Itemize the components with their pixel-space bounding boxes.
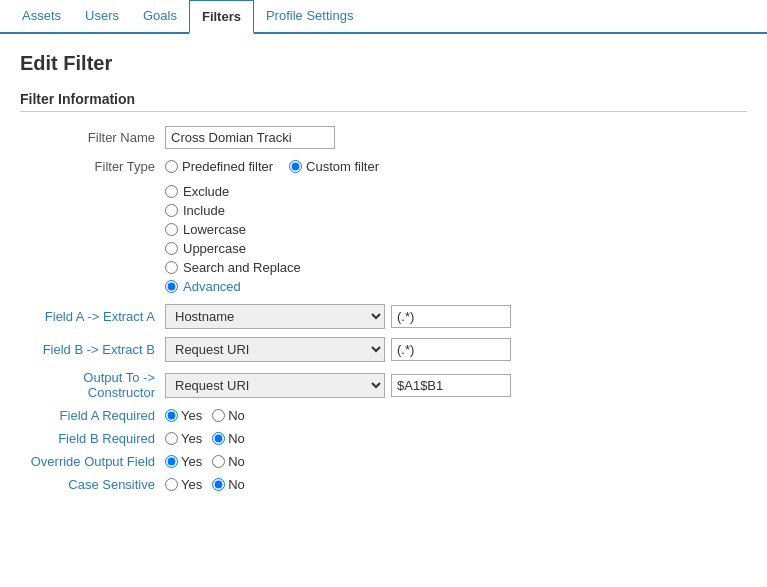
- filter-name-row: Filter Name: [20, 126, 747, 149]
- field-b-required-no-label[interactable]: No: [212, 431, 245, 446]
- field-a-required-yes-label[interactable]: Yes: [165, 408, 202, 423]
- field-b-label: Field B -> Extract B: [20, 342, 165, 357]
- field-a-required-no[interactable]: [212, 409, 225, 422]
- predefined-filter-radio[interactable]: [165, 160, 178, 173]
- case-sensitive-label: Case Sensitive: [20, 477, 165, 492]
- section-title: Filter Information: [20, 91, 747, 112]
- predefined-filter-text: Predefined filter: [182, 159, 273, 174]
- top-navigation: Assets Users Goals Filters Profile Setti…: [0, 0, 767, 34]
- field-b-required-yes[interactable]: [165, 432, 178, 445]
- output-text[interactable]: [391, 374, 511, 397]
- filter-name-input[interactable]: [165, 126, 335, 149]
- field-a-row: Field A -> Extract A Hostname Request UR…: [20, 304, 747, 329]
- filter-type-label: Filter Type: [20, 159, 165, 174]
- nav-profile-settings[interactable]: Profile Settings: [254, 0, 365, 32]
- case-sensitive-yes[interactable]: [165, 478, 178, 491]
- option-uppercase[interactable]: Uppercase: [165, 241, 747, 256]
- filter-type-row: Filter Type Predefined filter Custom fil…: [20, 159, 747, 174]
- custom-filter-label[interactable]: Custom filter: [289, 159, 379, 174]
- output-row: Output To -> Constructor Hostname Reques…: [20, 370, 747, 400]
- case-sensitive-row: Case Sensitive Yes No: [20, 477, 747, 492]
- override-no[interactable]: [212, 455, 225, 468]
- field-b-required-no[interactable]: [212, 432, 225, 445]
- custom-filter-radio[interactable]: [289, 160, 302, 173]
- field-a-required-label: Field A Required: [20, 408, 165, 423]
- custom-type-options: Exclude Include Lowercase Uppercase Sear…: [165, 184, 747, 294]
- override-output-row: Override Output Field Yes No: [20, 454, 747, 469]
- override-yes[interactable]: [165, 455, 178, 468]
- page-heading: Edit Filter: [20, 52, 747, 75]
- field-a-required-row: Field A Required Yes No: [20, 408, 747, 423]
- filter-name-label: Filter Name: [20, 130, 165, 145]
- filter-type-options: Predefined filter Custom filter: [165, 159, 395, 174]
- option-lowercase[interactable]: Lowercase: [165, 222, 747, 237]
- field-b-select[interactable]: Hostname Request URI Request Query Strin…: [165, 337, 385, 362]
- option-include[interactable]: Include: [165, 203, 747, 218]
- field-b-required-yes-label[interactable]: Yes: [165, 431, 202, 446]
- option-advanced[interactable]: Advanced: [165, 279, 747, 294]
- field-b-required-row: Field B Required Yes No: [20, 431, 747, 446]
- field-b-row: Field B -> Extract B Hostname Request UR…: [20, 337, 747, 362]
- case-sensitive-no[interactable]: [212, 478, 225, 491]
- field-a-required-no-label[interactable]: No: [212, 408, 245, 423]
- field-a-select[interactable]: Hostname Request URI Request Query Strin…: [165, 304, 385, 329]
- field-a-text[interactable]: [391, 305, 511, 328]
- field-a-required-yes[interactable]: [165, 409, 178, 422]
- nav-goals[interactable]: Goals: [131, 0, 189, 32]
- output-label: Output To -> Constructor: [20, 370, 165, 400]
- nav-users[interactable]: Users: [73, 0, 131, 32]
- option-exclude[interactable]: Exclude: [165, 184, 747, 199]
- output-select[interactable]: Hostname Request URI Request Query Strin…: [165, 373, 385, 398]
- override-output-label: Override Output Field: [20, 454, 165, 469]
- option-search-replace[interactable]: Search and Replace: [165, 260, 747, 275]
- field-b-text[interactable]: [391, 338, 511, 361]
- nav-filters[interactable]: Filters: [189, 0, 254, 34]
- field-b-required-label: Field B Required: [20, 431, 165, 446]
- case-sensitive-no-label[interactable]: No: [212, 477, 245, 492]
- override-yes-label[interactable]: Yes: [165, 454, 202, 469]
- override-no-label[interactable]: No: [212, 454, 245, 469]
- field-a-label: Field A -> Extract A: [20, 309, 165, 324]
- predefined-filter-label[interactable]: Predefined filter: [165, 159, 273, 174]
- nav-assets[interactable]: Assets: [10, 0, 73, 32]
- main-content: Edit Filter Filter Information Filter Na…: [0, 34, 767, 518]
- custom-filter-text: Custom filter: [306, 159, 379, 174]
- case-sensitive-yes-label[interactable]: Yes: [165, 477, 202, 492]
